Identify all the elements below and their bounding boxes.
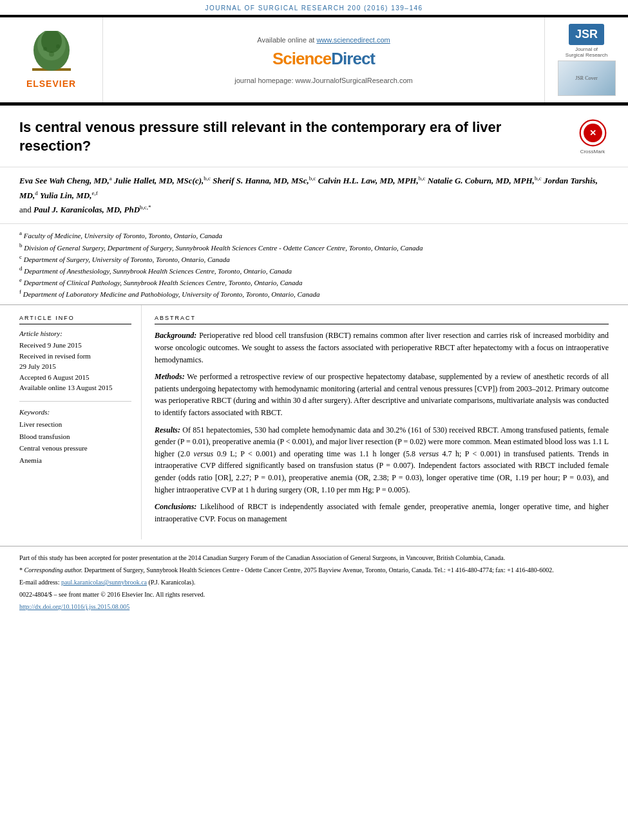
results-label: Results: (155, 425, 180, 434)
title-section: Is central venous pressure still relevan… (0, 106, 628, 167)
footer-poster-note: Part of this study has been accepted for… (19, 553, 609, 563)
ref-bc1: b,c (204, 175, 211, 182)
jsr-abbreviation: JSR (569, 24, 604, 45)
abstract-section: Background: Perioperative red blood cell… (155, 330, 609, 525)
journal-title-text: JOURNAL OF SURGICAL RESEARCH 200 (2016) … (205, 5, 423, 12)
jsr-cover-image: JSR Cover (558, 61, 616, 96)
ref-d: d (35, 190, 38, 196)
author-natalie-coburn: Natalie G. Coburn, MD, MPH, (428, 176, 535, 186)
affiliation-d: d Department of Anesthesiology, Sunnybro… (19, 265, 609, 276)
history-revised-label: Received in revised form (19, 351, 131, 362)
svg-point-6 (56, 44, 60, 48)
corresponding-email[interactable]: paul.karanicolas@sunnybrook.ca (61, 579, 147, 586)
ref-bc3: b,c (419, 175, 426, 182)
sciencedirect-url[interactable]: www.sciencedirect.com (316, 36, 390, 44)
elsevier-logo: ELSEVIER (26, 31, 77, 89)
author-calvin-law: Calvin H.L. Law, MD, MPH, (318, 176, 419, 186)
content-area: ARTICLE INFO Article history: Received 9… (0, 305, 628, 539)
keywords-label: Keywords: (19, 408, 131, 416)
affiliation-f: f Department of Laboratory Medicine and … (19, 288, 609, 299)
elsevier-logo-area: ELSEVIER (0, 17, 103, 102)
author-sherif-hanna: Sherif S. Hanna, MD, MSc, (213, 176, 309, 186)
abstract-column: ABSTRACT Background: Perioperative red b… (142, 305, 628, 539)
footer-doi: http://dx.doi.org/10.1016/j.jss.2015.08.… (19, 602, 609, 611)
ref-bc2: b,c (309, 175, 316, 182)
ref-bc4: b,c (535, 175, 542, 182)
affiliations-section: a Faculty of Medicine, University of Tor… (0, 224, 628, 305)
authors-section: Eva See Wah Cheng, MD,a Julie Hallet, MD… (0, 167, 628, 224)
journal-homepage: journal homepage: www.JournalofSurgicalR… (234, 77, 412, 84)
article-history: Article history: Received 9 June 2015 Re… (19, 330, 131, 393)
abstract-results: Results: Of 851 hepatectomies, 530 had c… (155, 424, 609, 496)
authors-line: Eva See Wah Cheng, MD,a Julie Hallet, MD… (19, 174, 609, 217)
footer-section: Part of this study has been accepted for… (0, 546, 628, 621)
svg-text:✕: ✕ (589, 129, 596, 138)
article-info-column: ARTICLE INFO Article history: Received 9… (0, 305, 142, 539)
ref-bcs: b,c,* (140, 204, 151, 210)
crossmark-icon[interactable]: ✕ (578, 118, 607, 147)
abstract-background: Background: Perioperative red blood cell… (155, 330, 609, 366)
author-paul-karanicolas: Paul J. Karanicolas, MD, PhD (33, 205, 140, 214)
history-accepted: Accepted 6 August 2015 (19, 372, 131, 383)
abstract-conclusions: Conclusions: Likelihood of RBCT is indep… (155, 501, 609, 525)
keyword-anemia: Anemia (19, 454, 131, 467)
affiliation-a: a Faculty of Medicine, University of Tor… (19, 229, 609, 241)
journal-title-bar: JOURNAL OF SURGICAL RESEARCH 200 (2016) … (0, 0, 628, 15)
methods-label: Methods: (155, 372, 185, 381)
background-label: Background: (155, 331, 196, 340)
ref-a1: a (109, 175, 112, 182)
article-info-label: ARTICLE INFO (19, 315, 131, 324)
article-title: Is central venous pressure still relevan… (19, 118, 570, 155)
svg-point-5 (43, 47, 47, 51)
author-julie-hallet: Julie Hallet, MD, MSc(c), (114, 176, 204, 186)
available-online-text: Available online at www.sciencedirect.co… (257, 36, 390, 44)
sciencedirect-logo: ScienceDirect (272, 49, 375, 69)
jsr-logo-area: JSR Journal ofSurgical Research JSR Cove… (544, 17, 628, 102)
keyword-blood-transfusion: Blood transfusion (19, 431, 131, 443)
history-label: Article history: (19, 330, 131, 337)
header-center: Available online at www.sciencedirect.co… (103, 17, 544, 102)
conclusions-label: Conclusions: (155, 502, 196, 511)
crossmark-area[interactable]: ✕ CrossMark (570, 118, 609, 160)
footer-corresponding-note: * Corresponding author. Department of Su… (19, 565, 609, 575)
history-revised-date: 29 July 2015 (19, 361, 131, 372)
crossmark-label: CrossMark (580, 149, 605, 154)
keywords-section: Keywords: Liver resection Blood transfus… (19, 408, 131, 467)
affiliation-c: c Department of Surgery, University of T… (19, 253, 609, 265)
elsevier-tree-icon (26, 31, 77, 76)
elsevier-wordmark: ELSEVIER (26, 79, 76, 89)
abstract-methods: Methods: We performed a retrospective re… (155, 371, 609, 418)
author-eva-cheng: Eva See Wah Cheng, MD, (19, 176, 109, 186)
history-available: Available online 13 August 2015 (19, 382, 131, 393)
footer-issn: 0022-4804/$ – see front matter © 2016 El… (19, 590, 609, 599)
affiliation-e: e Department of Clinical Pathology, Sunn… (19, 276, 609, 288)
title-main: Is central venous pressure still relevan… (19, 118, 570, 160)
header-section: ELSEVIER Available online at www.science… (0, 16, 628, 104)
author-yulia-lin: Yulia Lin, MD, (40, 191, 91, 200)
jsr-full-name: Journal ofSurgical Research (566, 46, 607, 58)
ref-ef: e,f (91, 190, 97, 196)
footer-email: E-mail address: paul.karanicolas@sunnybr… (19, 577, 609, 587)
history-received: Received 9 June 2015 (19, 340, 131, 351)
affiliation-b: b Division of General Surgery, Departmen… (19, 241, 609, 253)
abstract-label: ABSTRACT (155, 315, 609, 324)
keyword-cvp: Central venous pressure (19, 442, 131, 454)
svg-point-7 (49, 51, 54, 57)
doi-link[interactable]: http://dx.doi.org/10.1016/j.jss.2015.08.… (19, 603, 129, 610)
keyword-liver-resection: Liver resection (19, 418, 131, 431)
jsr-logo: JSR Journal ofSurgical Research JSR Cove… (558, 24, 616, 96)
